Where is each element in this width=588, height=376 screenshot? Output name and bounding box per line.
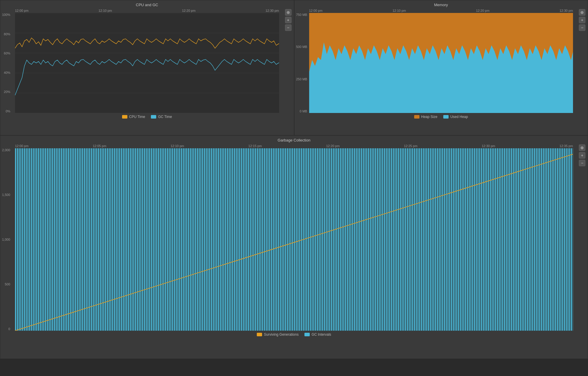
cpu-zoom-fit[interactable]: ⊕ [285,9,291,16]
mem-time-0: 12:00 pm [309,9,323,12]
cpu-zoom-in[interactable]: + [285,17,291,23]
surviving-gen-label: Surviving Generations [264,332,299,337]
gc-zoom-in[interactable]: + [579,152,585,159]
heap-size-label: Heap Size [421,115,437,119]
gc-time-1: 12:05 pm [93,144,106,148]
memory-y-axis: 750 MB 500 MB 250 MB 0 MB [295,13,309,113]
gc-time-3: 12:15 pm [248,144,262,148]
gc-zoom-controls: ⊕ + − [579,144,585,166]
svg-rect-0 [15,13,279,113]
gc-zoom-fit[interactable]: ⊕ [579,144,585,151]
gc-time-label: GC Time [158,115,172,119]
memory-time-axis: 12:00 pm 12:10 pm 12:20 pm 12:30 pm [294,8,588,13]
cpu-time-legend-item: CPU Time [122,115,145,119]
used-heap-legend-item: Used Heap [443,115,468,119]
gc-zoom-out[interactable]: − [579,160,585,166]
cpu-time-label: CPU Time [129,115,145,119]
memory-zoom-in[interactable]: + [579,17,585,23]
cpu-time-color [122,115,127,119]
gc-time-0: 12:00 pm [15,144,29,148]
memory-legend: Heap Size Used Heap [294,113,588,121]
svg-rect-19 [15,148,573,331]
gc-title: Garbage Collection [0,136,588,144]
mem-time-3: 12:30 pm [559,9,573,12]
gc-intervals-label: GC Intervals [312,332,331,337]
gc-intervals-legend-item: GC Intervals [304,332,331,337]
cpu-time-0: 12:00 pm [15,9,29,12]
mem-time-1: 12:10 pm [392,9,406,12]
gc-intervals-color [304,333,310,336]
gc-time-2: 12:10 pm [171,144,184,148]
used-heap-label: Used Heap [450,115,468,119]
gc-chart: // This won't execute inside SVG, use st… [15,148,573,331]
cpu-gc-panel: CPU and GC 12:00 pm 12:10 pm 12:20 pm 12… [0,0,294,135]
used-heap-color [443,115,449,119]
memory-zoom-fit[interactable]: ⊕ [579,9,585,16]
cpu-zoom-controls: ⊕ + − [285,9,291,31]
cpu-time-3: 12:30 pm [266,9,279,12]
gc-time-4: 12:20 pm [326,144,340,148]
memory-zoom-out[interactable]: − [579,24,585,31]
gc-time-6: 12:30 pm [482,144,495,148]
cpu-zoom-out[interactable]: − [285,24,291,31]
cpu-gc-time-axis: 12:00 pm 12:10 pm 12:20 pm 12:30 pm [0,8,294,13]
gc-time-color [151,115,156,119]
mem-time-2: 12:20 pm [476,9,489,12]
heap-size-color [414,115,419,119]
gc-legend: Surviving Generations GC Intervals [0,331,588,338]
heap-size-legend-item: Heap Size [414,115,437,119]
gc-y-axis: 2,000 1,500 1,000 500 0 [1,148,11,331]
cpu-gc-chart [15,13,279,113]
dashboard: CPU and GC 12:00 pm 12:10 pm 12:20 pm 12… [0,0,588,376]
cpu-gc-legend: CPU Time GC Time [0,113,294,121]
cpu-time-2: 12:20 pm [182,9,196,12]
memory-zoom-controls: ⊕ + − [579,9,585,31]
surviving-gen-color [257,333,262,336]
cpu-time-1: 12:10 pm [99,9,112,12]
cpu-y-axis: 100% 80% 60% 40% 20% 0% [1,13,11,113]
memory-panel: Memory 12:00 pm 12:10 pm 12:20 pm 12:30 … [294,0,588,135]
gc-panel: Garbage Collection 12:00 pm 12:05 pm 12:… [0,135,588,359]
gc-time-legend-item: GC Time [151,115,172,119]
surviving-gen-legend-item: Surviving Generations [257,332,299,337]
memory-chart [309,13,573,113]
cpu-gc-title: CPU and GC [0,0,294,8]
memory-title: Memory [294,0,588,8]
gc-time-5: 12:25 pm [404,144,417,148]
gc-time-axis: 12:00 pm 12:05 pm 12:10 pm 12:15 pm 12:2… [0,144,588,148]
gc-time-7: 12:35 pm [559,144,573,148]
